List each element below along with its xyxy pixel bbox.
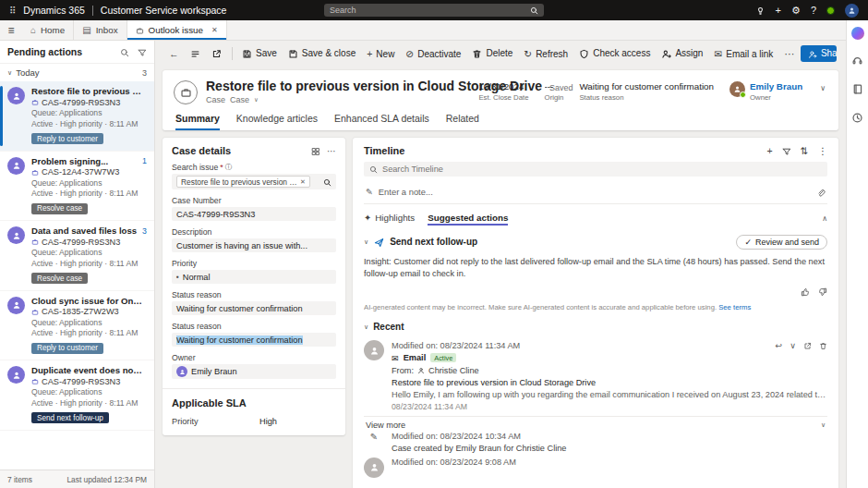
global-search[interactable] [324, 4, 544, 17]
reply-icon[interactable]: ↩ [776, 340, 783, 350]
priority-input[interactable]: ▪ Normal [172, 270, 336, 284]
refresh-button[interactable]: ↻Refresh [519, 45, 573, 62]
close-tab-icon[interactable]: ✕ [208, 26, 218, 34]
more-vertical-icon[interactable]: ⋮ [818, 145, 828, 156]
gear-icon[interactable]: ⚙ [791, 5, 801, 17]
case-avatar-icon [7, 87, 25, 104]
header-expand-icon[interactable]: ∨ [818, 81, 827, 92]
tab-suggested-actions[interactable]: Suggested actions [428, 213, 508, 226]
timeline-entry-email[interactable]: Modified on: 08/23/2024 11:34 AM ↩ ∨ ✉ E… [364, 340, 827, 411]
email-link-button[interactable]: ✉Email a link [709, 45, 778, 62]
open-record-icon[interactable] [803, 341, 812, 350]
case-number: CAS-47999-R9S3N3 [42, 98, 120, 107]
pending-case-item[interactable]: Problem signing...1 CAS-12A4-37W7W3 Queu… [0, 152, 154, 222]
card-view-icon[interactable] [311, 145, 320, 155]
assign-button[interactable]: Assign [657, 45, 707, 62]
save-button[interactable]: Save [237, 45, 282, 62]
tab-home[interactable]: ⌂ Home [22, 20, 74, 40]
chevron-down-icon[interactable]: ∨ [254, 96, 259, 104]
remove-chip-icon[interactable]: ✕ [300, 178, 306, 186]
tab-highlights[interactable]: ✦ Highlights [364, 213, 415, 226]
status-reason-input[interactable]: Waiting for customer confirmation [172, 301, 336, 315]
search-icon[interactable] [120, 43, 129, 60]
from-name[interactable]: Christie Cline [428, 366, 479, 375]
delete-button[interactable]: Delete [467, 45, 517, 62]
timeline-search-input[interactable] [382, 165, 822, 174]
header-field-est-close[interactable]: 10/31/2024 Est. Close Date [478, 81, 528, 102]
header-field-owner[interactable]: Emily Braun Owner [729, 81, 802, 102]
timeline-entry[interactable]: Modified on: 08/23/2024 9:08 AM [364, 458, 827, 478]
email-subject[interactable]: Restore file to previous version in Clou… [392, 378, 827, 387]
chevron-down-icon[interactable]: ∨ [790, 340, 796, 350]
deactivate-button[interactable]: ⊘Deactivate [401, 45, 465, 62]
share-split-button[interactable]: Share ∨ [801, 45, 837, 61]
view-more-row[interactable]: View more ∨ [364, 416, 827, 432]
knowledge-search-icon[interactable] [851, 80, 863, 97]
agent-scripts-icon[interactable] [851, 52, 863, 68]
thumbs-up-icon[interactable] [801, 283, 810, 299]
pending-case-item[interactable]: Data and saved files loss3 CAS-47999-R9S… [0, 221, 154, 291]
lookup-chip[interactable]: Restore file to previous version in Clou… [176, 176, 310, 188]
sort-icon[interactable]: ⇅ [801, 145, 809, 156]
pending-case-item[interactable]: Duplicate event does not work CAS-47999-… [0, 360, 154, 431]
pending-case-item[interactable]: Restore file to previous version in... C… [0, 81, 154, 152]
tab-summary[interactable]: Summary [175, 113, 220, 130]
header-field-status[interactable]: Waiting for customer confirmation Status… [579, 81, 714, 102]
check-access-button[interactable]: Check access [574, 45, 655, 62]
group-today[interactable]: ∨ Today 3 [0, 64, 154, 81]
popout-button[interactable] [207, 45, 226, 62]
tab-enhanced-sla-details[interactable]: Enhanced SLA details [334, 113, 429, 130]
add-activity-icon[interactable]: + [767, 145, 773, 156]
record-set-button[interactable] [186, 45, 205, 62]
copilot-icon[interactable] [851, 27, 864, 40]
hamburger-menu-icon[interactable]: ≡ [0, 20, 22, 40]
see-terms-link[interactable]: See terms [718, 303, 751, 311]
more-horizontal-icon[interactable]: ⋯ [327, 146, 336, 156]
status-reason-label: Status reason [172, 290, 222, 299]
owner-lookup[interactable]: Emily Braun [172, 364, 336, 379]
plus-icon[interactable]: + [776, 5, 781, 16]
search-issue-lookup[interactable]: Restore file to previous version in Clou… [172, 174, 336, 189]
form-selector[interactable]: Case [230, 95, 249, 104]
chevron-down-icon[interactable]: ∨ [364, 238, 368, 246]
review-and-send-button[interactable]: ✓ Review and send [736, 235, 827, 250]
search-icon[interactable] [323, 177, 332, 186]
save-and-close-button[interactable]: Save & close [283, 45, 360, 62]
status-reason-selected-value: Waiting for customer confirmation [176, 336, 303, 345]
case-details-title: Case details [172, 145, 305, 156]
more-horizontal-icon: ⋯ [784, 48, 794, 59]
tab-knowledge-articles[interactable]: Knowledge articles [236, 113, 318, 130]
case-number-input[interactable]: CAS-47999-R9S3N3 [172, 207, 336, 221]
overflow-button[interactable]: ⋯ [779, 45, 799, 62]
status-reason-input-selected[interactable]: Waiting for customer confirmation [172, 333, 336, 347]
back-button[interactable]: ← [164, 45, 184, 62]
recent-section-header[interactable]: ∨ Recent [364, 322, 827, 332]
tab-inbox[interactable]: ▤ Inbox [74, 20, 127, 40]
collapse-section-icon[interactable]: ∧ [822, 214, 827, 223]
lightbulb-icon[interactable] [755, 5, 766, 17]
timeline-entry-case-created[interactable]: ✎ Modified on: 08/23/2024 10:34 AM Case … [364, 432, 827, 453]
session-history-icon[interactable] [851, 109, 863, 126]
note-composer[interactable]: ✎ Enter a note... [364, 183, 827, 204]
header-field-origin[interactable]: --- Origin [545, 81, 564, 102]
pending-case-item[interactable]: Cloud sync issue for OneDrive CAS-1835-Z… [0, 291, 154, 361]
filter-icon[interactable] [782, 145, 791, 156]
global-search-input[interactable] [330, 6, 524, 15]
filter-icon[interactable] [138, 43, 147, 60]
tab-outlook-issue[interactable]: Outlook issue ✕ [127, 20, 227, 40]
timeline-search[interactable] [364, 162, 827, 177]
help-icon[interactable]: ? [811, 5, 816, 16]
app-launcher-icon[interactable]: ⠿ [9, 6, 16, 16]
brand-title[interactable]: Dynamics 365 [23, 5, 85, 16]
owner-value[interactable]: Emily Braun [750, 81, 802, 92]
new-button[interactable]: +New [362, 45, 399, 62]
attachment-icon[interactable] [816, 187, 826, 198]
case-meta: Active · High priority · 8:11 AM [31, 398, 147, 408]
user-avatar[interactable] [845, 4, 859, 18]
tab-related[interactable]: Related [446, 113, 479, 130]
share-button[interactable]: Share [801, 45, 837, 61]
chevron-down-icon: ∨ [7, 69, 12, 77]
thumbs-down-icon[interactable] [818, 283, 827, 299]
trash-icon[interactable] [819, 341, 827, 350]
description-input[interactable]: Customer is having an issue with... [172, 238, 336, 252]
